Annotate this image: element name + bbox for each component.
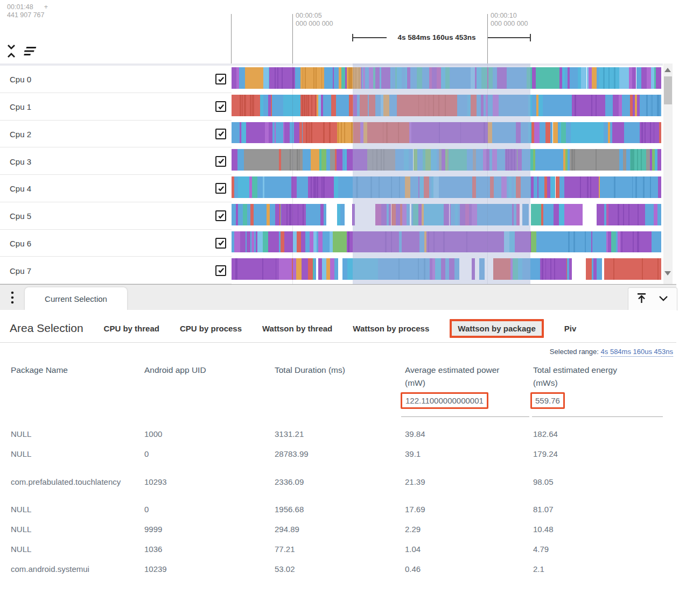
aggregation-tabs: CPU by threadCPU by processWattson by th… [104, 319, 577, 338]
chevron-down-icon[interactable] [657, 292, 670, 307]
selected-range-label: Selected range: [550, 348, 599, 356]
track-label: Cpu 3 [10, 157, 31, 166]
table-cell: 182.64 [533, 428, 663, 440]
track-area: Cpu 0Cpu 1Cpu 2Cpu 3Cpu 4Cpu 5Cpu 6Cpu 7 [0, 63, 676, 284]
table-row: NULL01956.6817.6981.07 [11, 499, 663, 519]
track-checkbox[interactable] [215, 74, 226, 84]
scrollbar-thumb[interactable] [664, 76, 672, 104]
summary-underline [532, 416, 663, 417]
table-cell: com.android.systemui [11, 563, 144, 575]
track-label: Cpu 4 [10, 184, 31, 193]
track-checkbox[interactable] [215, 238, 226, 249]
tab-cpu-by-process[interactable]: CPU by process [180, 324, 242, 333]
origin-plus: + [44, 3, 48, 11]
table-cell: 39.1 [405, 448, 533, 459]
table-cell: 179.24 [533, 448, 663, 459]
track-checkbox[interactable] [215, 156, 226, 167]
table-cell: NULL [11, 543, 144, 555]
divider [0, 342, 676, 343]
track-label: Cpu 0 [10, 75, 31, 84]
track-row-cpu-3[interactable]: Cpu 3 [0, 147, 663, 175]
table-cell: 10293 [144, 476, 275, 487]
timeline-gridline [292, 63, 293, 284]
checkmark-icon [218, 239, 225, 246]
tab-piv[interactable]: Piv [564, 324, 577, 333]
track-row-cpu-6[interactable]: Cpu 6 [0, 230, 663, 257]
checkmark-icon [218, 158, 225, 165]
table-row: com.prefabulated.touchlatency102932336.0… [11, 464, 663, 499]
summary-avg-power: 122.11000000000001 [401, 392, 488, 409]
track-row-cpu-1[interactable]: Cpu 1 [0, 93, 663, 121]
table-cell: 1956.68 [275, 504, 405, 515]
table-cell: 9999 [144, 524, 275, 535]
table-cell: NULL [11, 504, 144, 515]
table-cell: 1.04 [405, 543, 533, 555]
panel-heading-row: Area Selection CPU by threadCPU by proce… [0, 314, 676, 342]
track-row-cpu-4[interactable]: Cpu 4 [0, 175, 663, 202]
tab-cpu-by-thread[interactable]: CPU by thread [104, 324, 159, 333]
scroll-up-icon[interactable] [664, 68, 671, 72]
track-checkbox[interactable] [215, 101, 226, 112]
table-cell: 21.39 [405, 476, 533, 487]
checkmark-icon [218, 130, 225, 137]
kebab-menu-icon[interactable] [11, 291, 14, 307]
track-label: Cpu 7 [10, 266, 31, 275]
tab-current-selection[interactable]: Current Selection [25, 287, 127, 310]
table-cell: 10.48 [533, 524, 663, 535]
track-row-cpu-2[interactable]: Cpu 2 [0, 121, 663, 148]
scroll-down-icon[interactable] [664, 271, 671, 275]
track-row-cpu-5[interactable]: Cpu 5 [0, 202, 663, 230]
track-label: Cpu 6 [10, 238, 31, 247]
column-header: Package Name [11, 364, 144, 390]
selected-range-link[interactable]: 4s 584ms 160us 453ns [601, 348, 673, 357]
summary-underline [401, 416, 529, 417]
checkmark-icon [218, 76, 225, 83]
current-selection-panel: Area Selection CPU by threadCPU by proce… [0, 310, 676, 594]
expand-panel-up-icon[interactable] [635, 292, 648, 307]
tab-wattson-by-thread[interactable]: Wattson by thread [262, 324, 332, 333]
range-duration-label: 4s 584ms 160us 453ns [386, 33, 488, 41]
track-checkbox[interactable] [215, 183, 226, 194]
table-cell: NULL [11, 428, 144, 440]
summary-value: 122.11000000000001 [405, 396, 484, 405]
tab-wattson-by-process[interactable]: Wattson by process [353, 324, 429, 333]
origin-timestamp: 00:01:48+ 441 907 767 [7, 3, 48, 19]
unfold-less-icon[interactable] [6, 43, 17, 61]
column-header: Total estimated energy (mWs) [533, 364, 663, 390]
checkmark-icon [218, 185, 225, 192]
track-row-cpu-7[interactable]: Cpu 7 [0, 257, 663, 284]
table-body: NULL10003131.2139.84182.64NULL028783.993… [11, 424, 663, 579]
table-cell: NULL [11, 524, 144, 535]
selection-overlay[interactable] [353, 63, 530, 284]
track-row-cpu-0[interactable]: Cpu 0 [0, 66, 663, 93]
timeline-tick-label: 00:00:05 000 000 000 [296, 12, 333, 28]
table-cell: 39.84 [405, 428, 533, 440]
bottom-panel-tab-bar: Current Selection [0, 284, 676, 310]
tab-wattson-by-package[interactable]: Wattson by package [450, 319, 543, 338]
perfetto-trace-viewer: 00:01:48+ 441 907 767 00:00:05 000 000 0… [0, 0, 700, 594]
track-checkbox[interactable] [215, 210, 226, 221]
track-label: Cpu 5 [10, 211, 31, 221]
track-checkbox[interactable] [215, 265, 226, 276]
table-row: NULL028783.9939.1179.24 [11, 444, 663, 464]
tick-time: 00:00:10 [491, 12, 528, 20]
timeline-gridline [231, 14, 232, 63]
table-row: NULL103677.211.044.79 [11, 539, 663, 559]
summary-value: 559.76 [535, 396, 560, 405]
column-header: Average estimated power (mW) [405, 364, 533, 390]
timeline-tick-label: 00:00:10 000 000 000 [491, 12, 528, 28]
table-cell: 81.07 [533, 504, 663, 515]
track-checkbox[interactable] [215, 129, 226, 139]
tick-subsec: 000 000 000 [296, 20, 333, 28]
sort-icon[interactable] [23, 45, 37, 59]
track-label: Cpu 2 [10, 129, 31, 138]
table-cell: 3131.21 [275, 428, 405, 440]
table-cell: 2.29 [405, 524, 533, 535]
page-title: Area Selection [10, 322, 83, 335]
column-header: Android app UID [144, 364, 275, 390]
tick-subsec: 000 000 000 [491, 20, 528, 28]
table-cell: 4.79 [533, 543, 663, 555]
table-header: Package NameAndroid app UIDTotal Duratio… [11, 364, 663, 390]
table-cell: com.prefabulated.touchlatency [11, 476, 144, 487]
vertical-scrollbar[interactable] [663, 63, 673, 284]
